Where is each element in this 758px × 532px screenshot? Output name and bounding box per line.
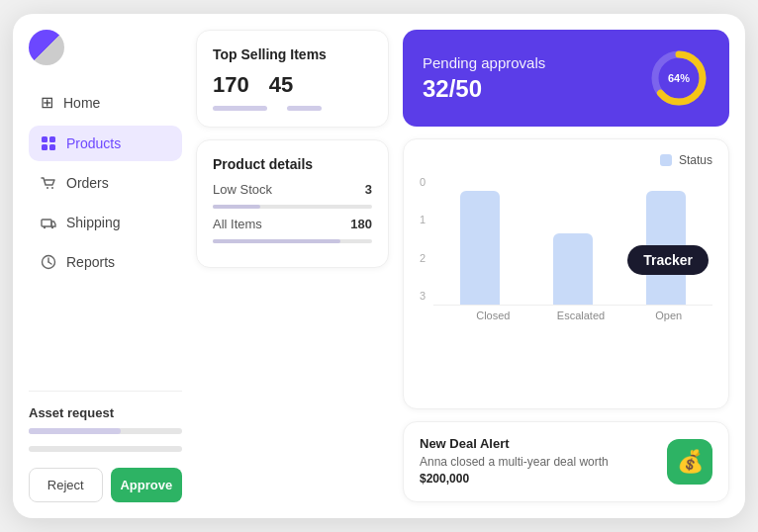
sidebar: ⊞ Home Products Order <box>29 30 182 502</box>
deal-desc: Anna closed a multi-year deal worth $200… <box>420 454 655 488</box>
asset-request-section: Asset request Reject Approve <box>29 391 182 502</box>
bar-escalated <box>553 233 593 305</box>
svg-rect-3 <box>49 144 55 150</box>
deal-text: New Deal Alert Anna closed a multi-year … <box>420 436 655 488</box>
tracker-tooltip: Tracker <box>627 245 709 275</box>
deal-description: Anna closed a multi-year deal worth <box>420 455 609 469</box>
svg-point-7 <box>44 226 46 228</box>
sidebar-item-label: Shipping <box>66 215 121 230</box>
top-selling-value2: 45 <box>269 72 293 98</box>
x-label-escalated: Escalated <box>537 310 625 321</box>
bar-group-escalated <box>526 177 619 305</box>
sidebar-item-label: Home <box>63 95 100 111</box>
sidebar-item-label: Reports <box>66 254 115 270</box>
shipping-icon <box>41 215 56 230</box>
asset-bar-2 <box>29 446 182 452</box>
sidebar-item-products[interactable]: Products <box>29 126 182 161</box>
x-labels: Closed Escalated Open <box>449 310 712 321</box>
legend-label: Status <box>679 153 712 167</box>
deal-title: New Deal Alert <box>420 436 655 451</box>
legend-dot <box>660 154 672 166</box>
sidebar-item-label: Products <box>66 135 121 151</box>
x-label-closed: Closed <box>449 310 537 321</box>
svg-point-4 <box>47 187 48 189</box>
donut-label: 64% <box>668 72 690 84</box>
y-tick-0: 0 <box>420 177 426 188</box>
pd-row-lowstock: Low Stock 3 <box>213 182 372 197</box>
mini-bar-1 <box>213 106 267 111</box>
sidebar-item-reports[interactable]: Reports <box>29 244 182 280</box>
home-icon: ⊞ <box>41 93 53 112</box>
pending-text: Pending approvals 32/50 <box>423 54 545 103</box>
chart-header: Status <box>420 153 712 167</box>
bar-group-closed <box>433 177 526 305</box>
chart-wrapper: 3 2 1 0 <box>420 177 712 321</box>
bar-group-open <box>619 177 712 305</box>
pending-count: 32/50 <box>423 75 545 103</box>
products-icon <box>41 135 56 151</box>
svg-rect-0 <box>42 136 47 142</box>
money-bag-icon: 💰 <box>677 449 704 475</box>
top-selling-title: Top Selling Items <box>213 46 372 62</box>
pending-title: Pending approvals <box>423 54 545 71</box>
product-details-card: Product details Low Stock 3 All Items 18… <box>196 139 389 268</box>
sidebar-item-label: Orders <box>66 175 109 191</box>
pd-row-allitems: All Items 180 <box>213 217 372 231</box>
logo <box>29 30 64 65</box>
pd-label-allitems: All Items <box>213 217 262 231</box>
asset-actions: Reject Approve <box>29 468 182 502</box>
y-tick-3: 3 <box>420 291 426 302</box>
pd-label-lowstock: Low Stock <box>213 182 272 197</box>
pending-card: Pending approvals 32/50 64% <box>403 30 729 127</box>
deal-card: New Deal Alert Anna closed a multi-year … <box>403 421 729 502</box>
bar-closed <box>460 191 500 305</box>
reports-icon <box>41 254 56 270</box>
mini-bars <box>213 106 372 111</box>
x-label-open: Open <box>624 310 712 321</box>
deal-amount: $200,000 <box>420 472 469 486</box>
pd-bar-allitems <box>213 239 372 243</box>
asset-bar-1 <box>29 428 182 434</box>
app-container: ⊞ Home Products Order <box>13 14 745 518</box>
top-selling-row: 170 45 <box>213 72 372 98</box>
reject-button[interactable]: Reject <box>29 468 103 502</box>
svg-rect-6 <box>42 220 51 226</box>
y-axis: 3 2 1 0 <box>420 177 426 306</box>
product-details-title: Product details <box>213 156 372 172</box>
svg-point-5 <box>51 187 53 189</box>
donut-chart: 64% <box>648 47 710 109</box>
svg-point-8 <box>51 226 53 228</box>
deal-icon-button[interactable]: 💰 <box>667 439 712 485</box>
svg-rect-2 <box>42 144 47 150</box>
sidebar-item-orders[interactable]: Orders <box>29 165 182 201</box>
svg-rect-1 <box>49 136 55 142</box>
mini-bar-2 <box>287 106 322 111</box>
chart-card: Status 3 2 1 0 <box>403 138 729 409</box>
bars-area: Tracker <box>433 177 712 306</box>
y-tick-2: 2 <box>420 253 426 264</box>
right-panel: Pending approvals 32/50 64% Status 3 <box>403 30 729 502</box>
orders-icon <box>41 175 56 191</box>
asset-request-label: Asset request <box>29 405 182 420</box>
top-selling-card: Top Selling Items 170 45 <box>196 30 389 128</box>
approve-button[interactable]: Approve <box>111 468 183 502</box>
sidebar-item-home[interactable]: ⊞ Home <box>29 83 182 122</box>
pd-value-lowstock: 3 <box>365 182 372 197</box>
pd-bar-lowstock <box>213 205 372 209</box>
pd-value-allitems: 180 <box>350 217 372 231</box>
center-panel: Top Selling Items 170 45 Product details… <box>196 30 389 502</box>
y-tick-1: 1 <box>420 215 426 225</box>
sidebar-item-shipping[interactable]: Shipping <box>29 205 182 240</box>
chart-body: 3 2 1 0 <box>420 177 712 306</box>
top-selling-value1: 170 <box>213 72 249 98</box>
